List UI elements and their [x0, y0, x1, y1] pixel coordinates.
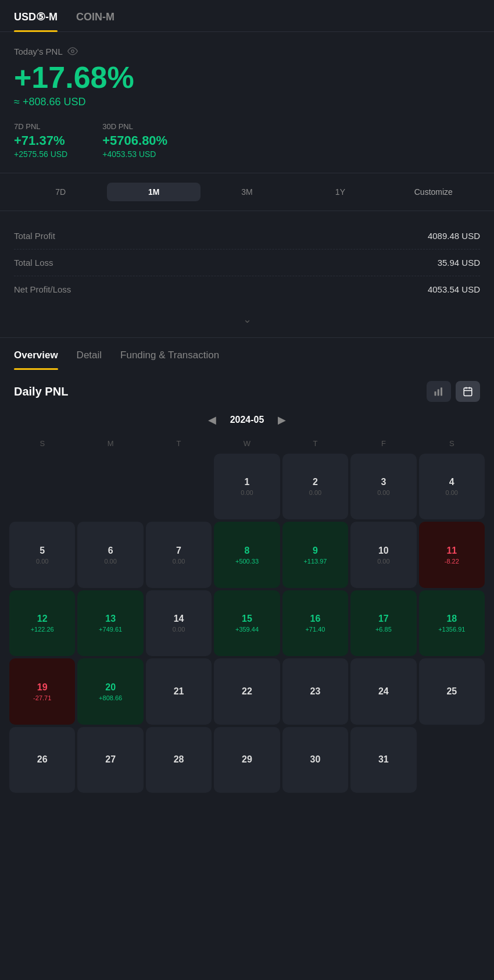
svg-rect-1: [435, 391, 436, 396]
cal-date-26: 26: [37, 754, 48, 765]
day-header-t1: T: [146, 436, 212, 454]
cal-cell-day-23[interactable]: 23: [282, 658, 348, 724]
day-header-w: W: [214, 436, 280, 454]
main-tab-bar: USD⑤-M COIN-M: [0, 0, 494, 32]
pnl-30d: 30D PNL +5706.80% +4053.53 USD: [102, 122, 167, 159]
cal-pnl-8: +500.33: [235, 558, 259, 565]
total-profit-value: 4089.48 USD: [428, 231, 480, 241]
cal-cell-day-12[interactable]: 12+122.26: [9, 590, 75, 656]
cal-date-7: 7: [176, 546, 181, 556]
cal-cell-day-29[interactable]: 29: [214, 727, 280, 793]
pnl-main: +17.68% ≈ +808.66 USD: [14, 62, 480, 108]
tab-coinm[interactable]: COIN-M: [76, 11, 114, 31]
cal-cell-day-17[interactable]: 17+6.85: [350, 590, 416, 656]
cal-date-18: 18: [446, 614, 457, 624]
cal-date-12: 12: [37, 614, 48, 624]
cal-pnl-14: 0.00: [173, 626, 185, 633]
cal-pnl-3: 0.00: [377, 489, 389, 496]
bar-chart-view-btn[interactable]: [427, 381, 451, 402]
day-header-f: F: [350, 436, 416, 454]
cal-date-21: 21: [174, 686, 184, 697]
cal-date-19: 19: [37, 682, 48, 693]
cal-cell-day-14[interactable]: 140.00: [146, 590, 212, 656]
daily-pnl-title: Daily PNL: [14, 385, 68, 398]
cal-date-11: 11: [446, 546, 457, 556]
cal-cell-day-15[interactable]: 15+359.44: [214, 590, 280, 656]
cal-cell-day-19[interactable]: 19-27.71: [9, 658, 75, 724]
sub-tab-overview[interactable]: Overview: [14, 350, 58, 369]
cal-cell-day-7[interactable]: 70.00: [146, 522, 212, 587]
cal-cell-day-10[interactable]: 100.00: [350, 522, 416, 587]
cal-cell-day-31[interactable]: 31: [350, 727, 416, 793]
pnl-7d: 7D PNL +71.37% +2575.56 USD: [14, 122, 67, 159]
period-customize[interactable]: Customize: [387, 183, 480, 201]
cal-cell-day-21[interactable]: 21: [146, 658, 212, 724]
period-3m[interactable]: 3M: [201, 183, 293, 201]
daily-pnl-header: Daily PNL: [0, 369, 494, 409]
svg-rect-3: [441, 387, 442, 395]
cal-cell-day-25[interactable]: 25: [419, 658, 485, 724]
cal-date-20: 20: [105, 682, 116, 693]
cal-cell-empty-0: [9, 454, 75, 519]
expand-chevron[interactable]: ⌄: [0, 307, 494, 337]
cal-pnl-2: 0.00: [309, 489, 321, 496]
cal-date-10: 10: [378, 546, 389, 556]
eye-icon[interactable]: [67, 46, 78, 56]
sub-tab-detail[interactable]: Detail: [77, 350, 102, 369]
period-1y[interactable]: 1Y: [293, 183, 386, 201]
cal-cell-day-28[interactable]: 28: [146, 727, 212, 793]
cal-cell-day-8[interactable]: 8+500.33: [214, 522, 280, 587]
day-header-s: S: [9, 436, 75, 454]
cal-cell-day-18[interactable]: 18+1356.91: [419, 590, 485, 656]
cal-date-15: 15: [242, 614, 252, 624]
cal-date-1: 1: [245, 477, 250, 487]
cal-cell-day-30[interactable]: 30: [282, 727, 348, 793]
cal-cell-day-24[interactable]: 24: [350, 658, 416, 724]
calendar-grid: S M T W T F S: [9, 436, 485, 454]
total-loss-row: Total Loss 35.94 USD: [14, 250, 480, 276]
cal-cell-day-6[interactable]: 60.00: [77, 522, 143, 587]
cal-cell-empty-2: [146, 454, 212, 519]
cal-date-2: 2: [313, 477, 318, 487]
cal-pnl-17: +6.85: [375, 626, 392, 633]
cal-date-29: 29: [242, 754, 252, 765]
today-pnl-percent: +17.68% ≈ +808.66 USD: [14, 62, 134, 108]
cal-date-31: 31: [378, 754, 389, 765]
net-profit-row: Net Profit/Loss 4053.54 USD: [14, 276, 480, 302]
cal-cell-day-20[interactable]: 20+808.66: [77, 658, 143, 724]
cal-date-28: 28: [174, 754, 184, 765]
period-7d[interactable]: 7D: [14, 183, 107, 201]
calendar-view-btn[interactable]: [456, 381, 480, 402]
cal-pnl-15: +359.44: [235, 626, 259, 633]
net-profit-label: Net Profit/Loss: [14, 284, 71, 294]
cal-date-9: 9: [313, 546, 318, 556]
cal-date-30: 30: [310, 754, 321, 765]
pnl-sub-row: 7D PNL +71.37% +2575.56 USD 30D PNL +570…: [14, 122, 480, 159]
cal-cell-day-11[interactable]: 11-8.22: [419, 522, 485, 587]
cal-pnl-9: +113.97: [303, 558, 327, 565]
cal-cell-day-2[interactable]: 20.00: [282, 454, 348, 519]
cal-cell-day-26[interactable]: 26: [9, 727, 75, 793]
cal-date-16: 16: [310, 614, 321, 624]
cal-pnl-18: +1356.91: [438, 626, 465, 633]
sub-tab-funding[interactable]: Funding & Transaction: [120, 350, 219, 369]
prev-month-btn[interactable]: ◀: [208, 414, 216, 426]
cal-cell-day-4[interactable]: 40.00: [419, 454, 485, 519]
cal-cell-day-5[interactable]: 50.00: [9, 522, 75, 587]
cal-cell-day-16[interactable]: 16+71.40: [282, 590, 348, 656]
cal-cell-day-13[interactable]: 13+749.61: [77, 590, 143, 656]
todays-pnl-label: Today's PNL: [14, 46, 480, 56]
cal-pnl-4: 0.00: [446, 489, 458, 496]
todays-pnl-text: Today's PNL: [14, 47, 63, 56]
svg-rect-4: [464, 388, 472, 396]
cal-cell-day-3[interactable]: 30.00: [350, 454, 416, 519]
cal-cell-day-1[interactable]: 10.00: [214, 454, 280, 519]
period-1m[interactable]: 1M: [107, 183, 200, 201]
cal-pnl-13: +749.61: [99, 626, 122, 633]
cal-cell-day-27[interactable]: 27: [77, 727, 143, 793]
cal-cell-day-22[interactable]: 22: [214, 658, 280, 724]
total-loss-label: Total Loss: [14, 258, 53, 268]
next-month-btn[interactable]: ▶: [278, 414, 286, 426]
tab-usdm[interactable]: USD⑤-M: [14, 10, 58, 31]
cal-cell-day-9[interactable]: 9+113.97: [282, 522, 348, 587]
